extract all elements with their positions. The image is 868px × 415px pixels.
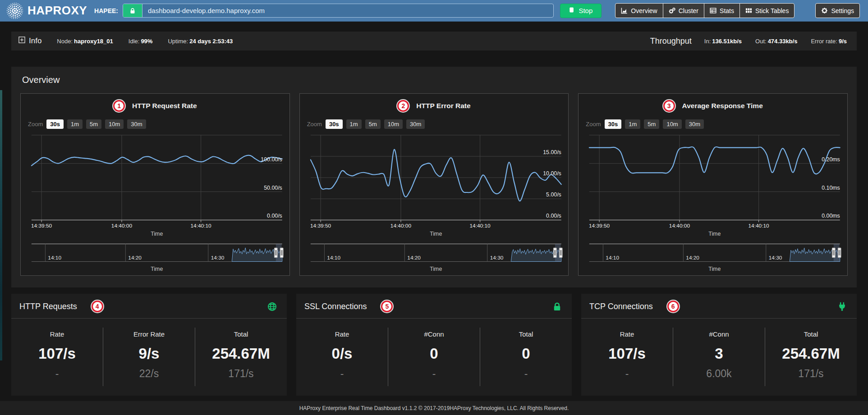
- zoom-button-5m[interactable]: 5m: [86, 119, 101, 129]
- chart-panel-average-response-time: 3 Average Response Time Zoom 30s1m5m10m3…: [578, 93, 848, 276]
- metric-value: 254.67M: [195, 345, 287, 362]
- svg-text:14:20: 14:20: [128, 255, 142, 261]
- zoom-button-30s[interactable]: 30s: [326, 119, 343, 129]
- zoom-button-10m[interactable]: 10m: [105, 119, 124, 129]
- nav-button-label: Stick Tables: [755, 7, 789, 14]
- zoom-button-5m[interactable]: 5m: [644, 119, 659, 129]
- metric-column-total: Total 254.67M 171/s: [765, 328, 857, 386]
- card-body: Rate 107/s - Error Rate 9/s 22/s Total 2…: [11, 319, 287, 386]
- svg-text:14:10: 14:10: [48, 255, 61, 261]
- nav-button-group: OverviewClusterStatsStick Tables: [615, 3, 795, 18]
- lock-icon: [552, 302, 562, 311]
- metric-label: Error Rate: [103, 330, 195, 338]
- background-texture-strip: [0, 90, 2, 360]
- chart-title: HTTP Request Rate: [132, 102, 197, 110]
- nav-button-overview[interactable]: Overview: [615, 3, 663, 18]
- card-header: HTTP Requests 4: [11, 294, 287, 319]
- metric-secondary-value: -: [388, 368, 480, 380]
- zoom-label: Zoom: [28, 121, 43, 128]
- url-input[interactable]: [142, 4, 553, 17]
- chart-canvas[interactable]: 14:39:5014:40:0014:40:1015.00/s10.00/s5.…: [304, 132, 564, 273]
- info-field: Idle:99%: [129, 38, 153, 45]
- chart-header: 3 Average Response Time: [583, 99, 843, 113]
- zoom-button-30m[interactable]: 30m: [406, 119, 425, 129]
- metric-secondary-value: -: [11, 368, 103, 380]
- chart-canvas[interactable]: 14:39:5014:40:0014:40:100.20ms0.10ms0.00…: [583, 132, 843, 273]
- zoom-button-30m[interactable]: 30m: [127, 119, 146, 129]
- info-field-value: haproxy18_01: [74, 38, 113, 45]
- metric-secondary-value: 6.00k: [673, 368, 765, 380]
- info-field-value: 99%: [141, 38, 152, 45]
- svg-text:14:39:50: 14:39:50: [31, 223, 52, 229]
- zoom-button-10m[interactable]: 10m: [663, 119, 681, 129]
- metric-column-rate: Rate 107/s -: [11, 328, 103, 386]
- brand: HAPROXY: [6, 2, 87, 19]
- chart-header: 1 HTTP Request Rate: [25, 99, 285, 113]
- metric-secondary-value: -: [480, 368, 572, 380]
- metric-value: 107/s: [581, 345, 673, 362]
- plus-square-icon: [18, 36, 25, 46]
- throughput-group: Throughput In:136.51kb/sOut:474.33kb/sEr…: [650, 36, 850, 46]
- metric-column-total: Total 254.67M 171/s: [195, 328, 287, 386]
- zoom-button-30s[interactable]: 30s: [46, 119, 64, 129]
- lock-icon: [123, 4, 142, 17]
- zoom-label: Zoom: [307, 121, 322, 128]
- metric-column-rate: Rate 0/s -: [296, 328, 388, 386]
- zoom-controls: Zoom 30s1m5m10m30m: [583, 118, 843, 130]
- svg-text:14:39:50: 14:39:50: [310, 223, 331, 229]
- info-field-value: 474.33kb/s: [768, 38, 798, 45]
- step-badge: 4: [92, 301, 103, 312]
- grid-table-icon: [745, 7, 752, 14]
- info-field: In:136.51kb/s: [704, 38, 742, 45]
- metric-label: Rate: [581, 330, 673, 338]
- chart-panel-http-error-rate: 2 HTTP Error Rate Zoom 30s1m5m10m30m 14:…: [299, 93, 569, 276]
- chart-title: Average Response Time: [682, 102, 763, 110]
- metric-value: 0/s: [296, 345, 388, 362]
- metric-value: 0: [480, 345, 572, 362]
- zoom-button-1m[interactable]: 1m: [346, 119, 362, 129]
- metric-secondary-value: -: [581, 368, 673, 380]
- info-toggle[interactable]: Info: [18, 36, 41, 46]
- node-info-fields: Node:haproxy18_01Idle:99%Uptime:24 days …: [57, 38, 233, 45]
- svg-text:14:40:10: 14:40:10: [191, 223, 212, 229]
- zoom-button-1m[interactable]: 1m: [625, 119, 640, 129]
- zoom-button-30m[interactable]: 30m: [685, 119, 704, 129]
- zoom-button-1m[interactable]: 1m: [67, 119, 83, 129]
- metric-value: 0: [388, 345, 480, 362]
- nav-button-stats[interactable]: Stats: [704, 3, 740, 18]
- metric-value: 107/s: [11, 345, 103, 362]
- settings-button[interactable]: Settings: [815, 3, 860, 18]
- svg-text:14:20: 14:20: [686, 255, 700, 261]
- info-field-label: Uptime:: [168, 38, 188, 45]
- chart-panel-http-request-rate: 1 HTTP Request Rate Zoom 30s1m5m10m30m 1…: [20, 93, 290, 276]
- zoom-button-5m[interactable]: 5m: [365, 119, 381, 129]
- step-badge: 6: [667, 301, 679, 312]
- charts-row: 1 HTTP Request Rate Zoom 30s1m5m10m30m 1…: [20, 93, 848, 276]
- info-field-label: Node:: [57, 38, 73, 45]
- card-http-requests: HTTP Requests 4 Rate 107/s - Error Rate …: [11, 294, 287, 396]
- svg-text:10.00/s: 10.00/s: [543, 170, 561, 177]
- stop-button[interactable]: Stop: [560, 4, 602, 18]
- svg-text:Time: Time: [430, 266, 442, 272]
- gears-icon: [669, 7, 675, 14]
- card-body: Rate 107/s - #Conn 3 6.00k Total 254.67M…: [581, 319, 857, 386]
- zoom-button-10m[interactable]: 10m: [384, 119, 403, 129]
- chart-canvas[interactable]: 14:39:5014:40:0014:40:10100.00/s50.00/s0…: [25, 132, 285, 273]
- area-chart-icon: [621, 7, 628, 14]
- nav-button-stick-tables[interactable]: Stick Tables: [739, 3, 795, 18]
- zoom-button-30s[interactable]: 30s: [605, 119, 622, 129]
- info-field: Node:haproxy18_01: [57, 38, 113, 45]
- info-field-value: 9/s: [839, 38, 847, 45]
- svg-text:0.00/s: 0.00/s: [267, 213, 282, 219]
- nav-button-cluster[interactable]: Cluster: [663, 3, 704, 18]
- svg-text:14:39:50: 14:39:50: [589, 223, 610, 229]
- card-body: Rate 0/s - #Conn 0 - Total 0 -: [296, 319, 572, 386]
- info-field-label: Idle:: [129, 38, 140, 45]
- info-label: Info: [29, 36, 41, 46]
- svg-text:14:20: 14:20: [407, 255, 421, 261]
- svg-text:0.00ms: 0.00ms: [822, 213, 840, 219]
- metric-secondary-value: 171/s: [195, 368, 287, 380]
- info-field: Uptime:24 days 2:53:43: [168, 38, 233, 45]
- svg-text:14:30: 14:30: [490, 255, 503, 261]
- metric-column-rate: Rate 107/s -: [581, 328, 673, 386]
